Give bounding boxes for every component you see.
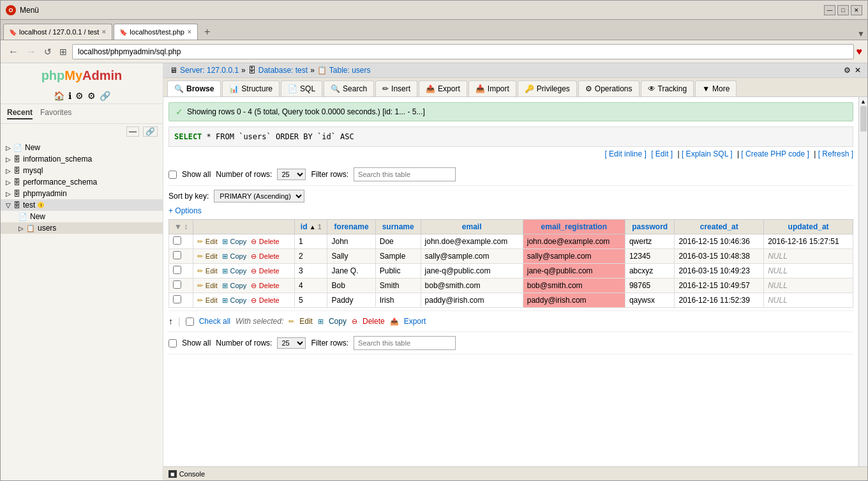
tree-item-test[interactable]: ▽ 🗄 test ! [1,199,163,211]
tab-1[interactable]: 🔖 localhost / 127.0.0.1 / test ✕ [3,24,112,40]
tab-menu-icon[interactable]: ▼ [857,29,865,38]
tab-sql[interactable]: 📄 SQL [281,80,322,96]
edit-link-5[interactable]: Edit [206,296,218,304]
settings2-sidebar-icon[interactable]: ⚙ [87,91,96,101]
show-all-checkbox[interactable] [168,171,177,179]
info-sidebar-icon[interactable]: ℹ [68,91,71,101]
filter-input[interactable] [354,167,456,181]
tab-1-close[interactable]: ✕ [101,29,107,35]
back-button[interactable]: ← [6,45,21,59]
settings-sidebar-icon[interactable]: ⚙ [75,91,84,101]
sidebar-collapse-icon[interactable]: — [126,126,139,137]
tab-2[interactable]: 🔖 localhost/test.php ✕ [114,24,198,40]
row-2-checkbox[interactable] [173,251,181,259]
db-label[interactable]: Database: test [258,66,308,75]
tab-privileges[interactable]: 🔑 Privileges [518,80,577,96]
server-label[interactable]: Server: 127.0.0.1 [180,66,239,75]
tab-insert[interactable]: ✏ Insert [375,80,417,96]
edit-link-3[interactable]: Edit [206,267,218,275]
minimize-button[interactable]: — [824,5,835,15]
scroll-up-arrow[interactable]: ▲ [860,98,866,105]
delete-link-2[interactable]: Delete [259,252,280,260]
breadcrumb-gear-icon[interactable]: ⚙ [844,66,851,75]
row-3-checkbox[interactable] [173,266,181,274]
edit-link-4[interactable]: Edit [206,282,218,289]
th-sort-icon[interactable]: ↕ [184,222,188,231]
scroll-thumb[interactable] [860,106,867,132]
bottom-copy-link[interactable]: Copy [329,317,347,326]
tab-2-close[interactable]: ✕ [187,29,192,35]
row-5-checkbox[interactable] [173,295,181,303]
th-password[interactable]: password [632,222,668,231]
tab-more[interactable]: ▼ More [695,80,737,96]
th-email[interactable]: email [462,222,482,231]
breadcrumb-close-icon[interactable]: ✕ [855,66,861,75]
sidebar-tab-recent[interactable]: Recent [7,108,33,119]
tab-tracking[interactable]: 👁 Tracking [641,80,694,96]
check-all-link[interactable]: Check all [199,317,230,326]
bookmark-icon[interactable]: ♥ [857,46,863,57]
maximize-button[interactable]: □ [837,5,849,15]
tree-item-test-new[interactable]: 📄 New [1,211,163,222]
address-input[interactable] [72,44,854,59]
explain-sql-link[interactable]: [ Explain SQL ] [682,149,733,158]
th-filter-icon[interactable]: ▼ [174,222,182,231]
edit-link-1[interactable]: Edit [206,238,218,245]
row-1-checkbox[interactable] [173,236,181,245]
home-sidebar-icon[interactable]: 🏠 [54,91,64,101]
th-created-at[interactable]: created_at [700,222,738,231]
th-id[interactable]: id [301,222,308,231]
tree-item-users[interactable]: ▷ 📋 users [1,222,163,234]
copy-link-5[interactable]: Copy [230,296,246,304]
tab-operations[interactable]: ⚙ Operations [578,80,640,96]
tree-item-phpmyadmin[interactable]: ▷ 🗄 phpmyadmin [1,188,163,199]
tab-browse[interactable]: 🔍 Browse [167,80,221,96]
tab-export[interactable]: 📤 Export [419,80,467,96]
sidebar-link-icon[interactable]: 🔗 [143,126,158,137]
console-label[interactable]: Console [179,470,205,478]
edit-link[interactable]: [ Edit ] [651,149,673,158]
home-button[interactable]: ⊞ [57,45,70,58]
row-4-checkbox[interactable] [173,280,181,289]
sidebar-tab-favorites[interactable]: Favorites [40,108,71,119]
delete-link-3[interactable]: Delete [259,267,280,275]
tree-item-mysql[interactable]: ▷ 🗄 mysql [1,165,163,176]
check-all-checkbox[interactable] [186,317,194,326]
th-forename[interactable]: forename [334,222,369,231]
refresh-link[interactable]: [ Refresh ] [818,149,853,158]
bottom-edit-link[interactable]: Edit [299,317,313,326]
filter-input-bottom[interactable] [354,336,456,350]
tab-import[interactable]: 📥 Import [468,80,516,96]
bottom-delete-link[interactable]: Delete [363,317,385,326]
right-scrollbar[interactable]: ▲ [858,97,867,466]
num-rows-select-bottom[interactable]: 25 50 100 [277,337,306,349]
tree-item-information-schema[interactable]: ▷ 🗄 information_schema [1,153,163,165]
th-id-sort[interactable]: ▲ [310,224,316,231]
th-email-registration[interactable]: email_registration [541,222,607,231]
back-to-top-icon[interactable]: ↑ [168,316,173,326]
copy-link-3[interactable]: Copy [230,267,246,275]
delete-link-4[interactable]: Delete [259,282,280,289]
refresh-button[interactable]: ↺ [41,45,54,58]
menu-button[interactable]: Menü [20,6,39,15]
copy-link-4[interactable]: Copy [230,282,246,289]
edit-inline-link[interactable]: [ Edit inline ] [604,149,646,158]
create-php-link[interactable]: [ Create PHP code ] [741,149,809,158]
bottom-export-link[interactable]: Export [404,317,426,326]
th-updated-at[interactable]: updated_at [788,222,829,231]
options-link[interactable]: + Options [168,206,202,215]
num-rows-select[interactable]: 25 50 100 [277,169,306,180]
edit-link-2[interactable]: Edit [206,252,218,260]
delete-link-5[interactable]: Delete [259,296,280,304]
tab-search[interactable]: 🔍 Search [324,80,374,96]
copy-link-2[interactable]: Copy [230,252,246,260]
tab-structure[interactable]: 📊 Structure [222,80,280,96]
console-bar[interactable]: ■ Console [163,466,867,480]
forward-button[interactable]: → [24,45,39,59]
new-tab-button[interactable]: + [199,24,215,40]
delete-link-1[interactable]: Delete [259,238,280,245]
tree-item-performance-schema[interactable]: ▷ 🗄 performance_schema [1,176,163,188]
show-all-checkbox-bottom[interactable] [168,339,177,347]
table-label[interactable]: Table: users [329,66,371,75]
th-surname[interactable]: surname [382,222,414,231]
